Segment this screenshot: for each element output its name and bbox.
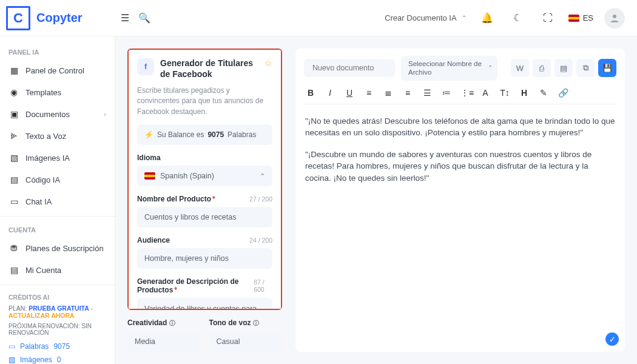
tone-select[interactable]: Casual <box>209 331 283 352</box>
sidebar-item-label: Templates <box>25 88 61 97</box>
dashboard-icon: ▦ <box>8 66 19 75</box>
audience-input[interactable] <box>137 248 272 269</box>
favorite-star-icon[interactable]: ☆ <box>265 58 272 68</box>
filename-select[interactable]: Seleecionar Nombre de Archivo ⌃ <box>401 56 497 81</box>
moon-icon[interactable]: ☾ <box>508 8 527 28</box>
export-buttons: W ⎙ ▤ ⧉ 💾 <box>511 59 616 77</box>
language-code: ES <box>583 13 593 22</box>
info-icon[interactable]: ⓘ <box>253 320 259 326</box>
svg-point-0 <box>613 15 616 18</box>
sidebar-item-label: Código IA <box>25 175 60 184</box>
sidebar-item-label: Planes de Suscripción <box>25 244 104 253</box>
code-icon: ▤ <box>8 175 19 184</box>
underline-icon[interactable]: U <box>344 88 355 98</box>
form-column: f Generador de Titulares de Facebook ☆ E… <box>127 49 282 352</box>
documents-icon: ▣ <box>8 109 19 119</box>
credits-words-row: ▭ Palabras 9075 <box>8 340 106 353</box>
sidebar-item-label: Documentos <box>25 110 70 119</box>
chevron-right-icon: › <box>104 110 106 118</box>
sidebar-item-panel-control[interactable]: ▦Panel de Control <box>0 59 115 81</box>
unordered-list-icon[interactable]: ⋮≡ <box>460 88 471 98</box>
bell-icon[interactable]: 🔔 <box>477 8 497 28</box>
highlight-icon[interactable]: ✎ <box>538 88 549 98</box>
menu-toggle-icon[interactable]: ☰ <box>115 8 135 28</box>
product-description-textarea[interactable] <box>137 298 272 310</box>
sidebar-item-texto-voz[interactable]: ⫸Texto a Voz <box>0 125 115 147</box>
copy-icon[interactable]: ⧉ <box>576 59 595 77</box>
creativity-select[interactable]: Media <box>127 331 201 352</box>
sidebar-item-label: Mi Cuenta <box>25 266 61 275</box>
subscription-icon: ⛃ <box>8 243 19 253</box>
plan-update-link[interactable]: ACTUALIZAR AHORA <box>8 312 75 319</box>
sidebar-item-label: Texto a Voz <box>25 132 66 141</box>
brand-badge: C <box>6 6 30 30</box>
product-name-input[interactable] <box>137 207 272 228</box>
generator-form: f Generador de Titulares de Facebook ☆ E… <box>127 49 282 310</box>
editor-content[interactable]: "¡No te quedes atrás! Descubre los teléf… <box>304 104 616 205</box>
font-size-icon[interactable]: T↕ <box>499 88 510 98</box>
generated-paragraph: "¡No te quedes atrás! Descubre los teléf… <box>305 115 615 139</box>
topbar-right: Crear Documento IA ⌃ 🔔 ☾ ⛶ ES <box>385 8 625 29</box>
sidebar-item-label: Panel de Control <box>25 66 84 75</box>
form-description: Escribe titulares pegadizos y convincent… <box>137 86 272 117</box>
bolt-icon: ⚡ <box>144 130 153 139</box>
language-select[interactable]: Spanish (Spain) ⌃ <box>137 166 272 186</box>
product-name-label: Nombre del Producto* 27 / 200 <box>137 195 272 203</box>
floating-check-icon[interactable]: ✓ <box>605 332 619 346</box>
chevron-up-icon: ⌃ <box>462 15 467 21</box>
sidebar-item-imagenes[interactable]: ▧Imágenes IA <box>0 147 115 169</box>
flag-es-icon <box>144 172 155 180</box>
filename-line1: Seleecionar Nombre de <box>408 59 482 68</box>
words-icon: ▭ <box>8 342 15 351</box>
balance-pre: Su Balance es <box>157 130 204 139</box>
workspace: f Generador de Titulares de Facebook ☆ E… <box>115 36 637 364</box>
document-name-input[interactable] <box>304 59 395 77</box>
description-count: 87 / 600 <box>254 278 272 293</box>
chevron-up-icon: ⌃ <box>488 64 493 72</box>
align-left-icon[interactable]: ≡ <box>363 88 374 98</box>
plan-sep: - <box>89 305 93 312</box>
language-selector[interactable]: ES <box>568 13 593 22</box>
align-justify-icon[interactable]: ☰ <box>422 88 433 98</box>
language-label: Idioma <box>137 153 272 162</box>
search-icon[interactable]: 🔍 <box>135 8 154 28</box>
font-icon[interactable]: A <box>480 88 491 98</box>
sidebar-item-planes[interactable]: ⛃Planes de Suscripción <box>0 237 115 259</box>
save-button[interactable]: 💾 <box>598 59 616 77</box>
info-icon[interactable]: ⓘ <box>169 320 175 326</box>
export-doc-icon[interactable]: ▤ <box>554 59 573 77</box>
chevron-up-icon: ⌃ <box>260 172 265 180</box>
images-icon: ▧ <box>8 356 15 364</box>
balance-box: ⚡ Su Balance es 9075 Palabras <box>137 124 272 145</box>
align-right-icon[interactable]: ≡ <box>402 88 413 98</box>
align-center-icon[interactable]: ≣ <box>383 88 394 98</box>
sidebar-item-codigo[interactable]: ▤Código IA <box>0 169 115 190</box>
sidebar-item-templates[interactable]: ◉Templates <box>0 81 115 103</box>
ordered-list-icon[interactable]: ≔ <box>441 88 452 98</box>
create-document-label: Crear Documento IA <box>385 13 457 22</box>
credits-images-value: 0 <box>57 356 61 364</box>
credits-images-label: Imágenes <box>20 356 52 364</box>
export-word-icon[interactable]: W <box>511 59 529 77</box>
sidebar-item-mi-cuenta[interactable]: ▤Mi Cuenta <box>0 259 115 281</box>
credits-images-row: ▧ Imágenes 0 <box>8 353 106 364</box>
product-description-label: Generador de Descripción de Productos* 8… <box>137 277 272 294</box>
export-pdf-icon[interactable]: ⎙ <box>533 59 551 77</box>
brand[interactable]: C Copyter <box>6 6 115 30</box>
editor-topbar: Seleecionar Nombre de Archivo ⌃ W ⎙ ▤ ⧉ … <box>304 56 616 81</box>
creativity-label: Creatividad ⓘ <box>127 318 201 328</box>
create-document-dropdown[interactable]: Crear Documento IA ⌃ <box>385 13 467 22</box>
fullscreen-icon[interactable]: ⛶ <box>538 8 558 28</box>
sidebar-item-chat[interactable]: ▭Chat IA <box>0 190 115 212</box>
heading-icon[interactable]: H <box>519 88 530 98</box>
templates-icon: ◉ <box>8 87 19 97</box>
sidebar-item-documents[interactable]: ▣Documentos› <box>0 103 115 125</box>
generated-paragraph: "¡Descubre un mundo de sabores y aventur… <box>305 149 615 184</box>
italic-icon[interactable]: I <box>325 88 335 98</box>
account-icon: ▤ <box>8 265 19 275</box>
link-icon[interactable]: 🔗 <box>558 88 568 98</box>
bold-icon[interactable]: B <box>305 88 316 98</box>
brand-name: Copyter <box>36 11 83 25</box>
avatar[interactable] <box>604 8 625 29</box>
language-value: Spanish (Spain) <box>160 172 214 180</box>
